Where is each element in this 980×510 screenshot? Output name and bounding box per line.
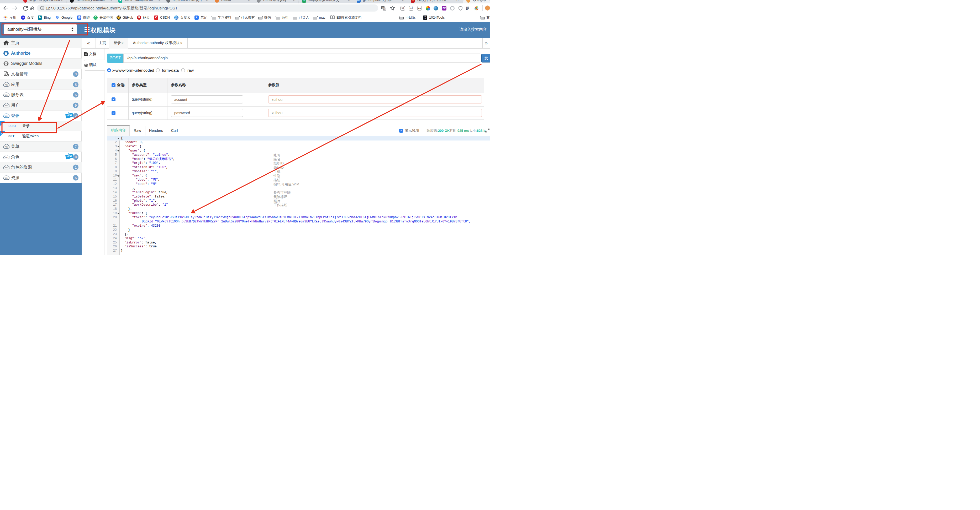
svg-text:API: API — [5, 115, 8, 117]
svg-text:API: API — [5, 105, 8, 107]
svg-text:API: API — [5, 177, 8, 179]
svg-text:API: API — [5, 84, 8, 86]
svg-text:API: API — [5, 146, 8, 148]
svg-text:G: G — [56, 15, 59, 19]
svg-text:API: API — [5, 156, 8, 158]
svg-text:API: API — [5, 167, 8, 169]
svg-text:文: 文 — [384, 8, 386, 11]
svg-text:API: API — [5, 94, 8, 96]
